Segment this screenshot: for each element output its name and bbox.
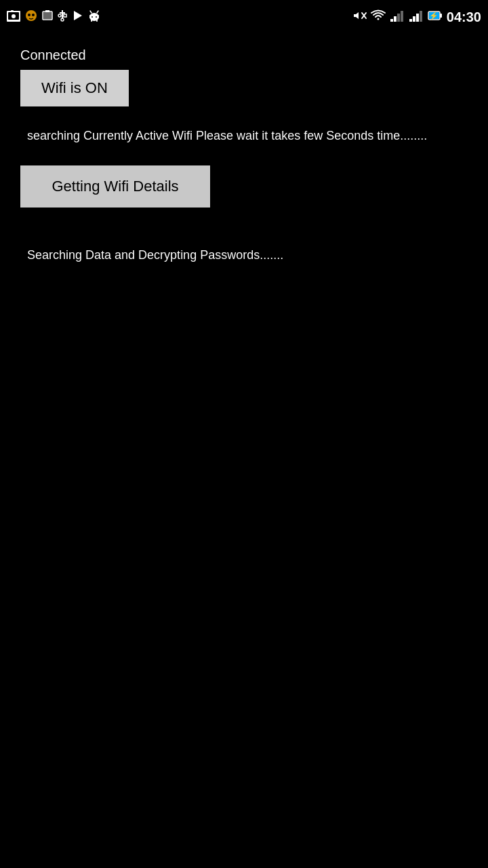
android-icon bbox=[88, 9, 100, 24]
svg-rect-23 bbox=[89, 15, 91, 18]
svg-point-2 bbox=[12, 14, 16, 18]
connected-label: Connected bbox=[20, 47, 468, 63]
battery-small-icon bbox=[42, 9, 53, 24]
decrypting-text: Searching Data and Decrypting Passwords.… bbox=[20, 248, 468, 262]
wifi-on-button[interactable]: Wifi is ON bbox=[20, 70, 129, 106]
signal-bars-2-icon bbox=[409, 9, 424, 24]
status-bar: ⚡ 04:30 bbox=[0, 0, 488, 34]
svg-rect-27 bbox=[390, 19, 393, 22]
svg-point-5 bbox=[28, 14, 30, 16]
status-bar-left bbox=[7, 9, 100, 24]
svg-rect-20 bbox=[96, 20, 98, 22]
svg-rect-13 bbox=[64, 14, 66, 17]
wifi-icon bbox=[371, 9, 386, 24]
svg-point-12 bbox=[58, 14, 61, 17]
svg-rect-9 bbox=[43, 12, 52, 19]
svg-marker-15 bbox=[74, 11, 82, 20]
mute-icon bbox=[353, 9, 367, 24]
photo-icon bbox=[7, 9, 20, 24]
svg-line-22 bbox=[97, 11, 98, 13]
svg-point-18 bbox=[96, 16, 97, 18]
svg-point-16 bbox=[89, 13, 99, 21]
svg-rect-36 bbox=[440, 14, 442, 18]
svg-text:⚡: ⚡ bbox=[429, 11, 439, 20]
signal-bars-1-icon bbox=[390, 9, 405, 24]
svg-point-6 bbox=[32, 14, 35, 16]
getting-wifi-button[interactable]: Getting Wifi Details bbox=[20, 165, 210, 208]
status-bar-right: ⚡ 04:30 bbox=[353, 9, 481, 25]
play-store-icon bbox=[72, 9, 84, 24]
battery-charging-icon: ⚡ bbox=[428, 9, 443, 24]
usb-icon bbox=[57, 9, 68, 24]
game-character-icon bbox=[24, 9, 38, 24]
svg-rect-3 bbox=[11, 10, 14, 12]
searching-text: searching Currently Active Wifi Please w… bbox=[20, 127, 468, 145]
main-content: Connected Wifi is ON searching Currently… bbox=[0, 34, 488, 276]
status-time: 04:30 bbox=[447, 9, 481, 25]
svg-rect-19 bbox=[91, 20, 92, 22]
svg-rect-33 bbox=[416, 14, 419, 22]
svg-rect-34 bbox=[420, 11, 422, 22]
svg-rect-32 bbox=[413, 16, 415, 22]
svg-point-14 bbox=[61, 18, 64, 21]
svg-rect-29 bbox=[397, 14, 400, 22]
svg-rect-30 bbox=[401, 11, 403, 22]
svg-line-21 bbox=[90, 11, 92, 13]
svg-rect-31 bbox=[409, 19, 412, 22]
svg-rect-24 bbox=[98, 15, 99, 18]
svg-rect-8 bbox=[45, 10, 49, 12]
svg-point-17 bbox=[92, 16, 93, 18]
svg-rect-28 bbox=[394, 16, 396, 22]
